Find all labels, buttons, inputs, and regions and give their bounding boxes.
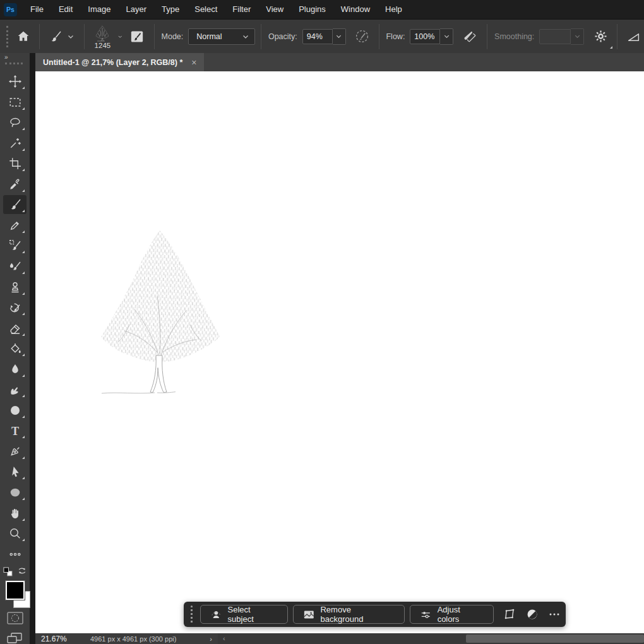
select-subject-icon [210,609,222,621]
brush-tip-tree-preview [93,25,111,42]
brush-angle-button[interactable] [623,24,644,49]
crop-tool[interactable] [3,154,27,173]
pencil-tool[interactable] [3,216,27,235]
history-brush-tool[interactable] [3,298,27,317]
foreground-color-swatch[interactable] [6,581,25,600]
chevron-down-icon [443,33,450,40]
menu-item-edit[interactable]: Edit [51,0,80,19]
collapse-panel-icon[interactable]: » [4,54,9,61]
more-tool[interactable] [3,545,27,564]
adjustment-brush-tool[interactable] [3,236,27,255]
chevron-down-icon [335,33,342,40]
clone-stamp-tool[interactable] [3,278,27,297]
zoom-tool[interactable] [3,524,27,543]
horizontal-scrollbar[interactable]: ‹ [218,633,644,644]
contextual-task-bar: Select subjectRemove backgroundAdjust co… [184,602,566,627]
pressure-opacity-icon [355,29,369,44]
task-bar-grip[interactable] [191,605,193,623]
opacity-field[interactable]: 94% [302,29,333,44]
tool-flyout-indicator [22,539,25,541]
hand-tool[interactable] [3,504,27,523]
tool-flyout-indicator [22,374,25,377]
blur-tool[interactable] [3,360,27,379]
eraser-tool[interactable] [3,319,27,338]
brush-picker[interactable]: 1245 [90,23,115,50]
menu-item-type[interactable]: Type [154,0,187,19]
screen-mode-button[interactable] [5,631,24,644]
tool-flyout-indicator [22,107,25,110]
tool-flyout-indicator [22,477,25,479]
task-bar-more-button[interactable] [543,605,565,623]
paint-bucket-tool[interactable] [3,339,27,358]
gear-flyout-indicator [610,46,612,49]
ellipse-tool[interactable] [3,483,27,502]
tools-panel-grip[interactable] [5,63,23,64]
brush-angle-icon [627,30,640,43]
tool-flyout-indicator [22,354,25,356]
options-bar-grip[interactable] [6,26,8,47]
eyedropper-tool[interactable] [3,175,27,194]
marquee-icon [9,96,21,109]
menu-item-select[interactable]: Select [187,0,225,19]
menu-item-window[interactable]: Window [333,0,378,19]
menu-item-file[interactable]: File [23,0,51,19]
transform-button[interactable] [499,605,521,623]
transform-icon [503,608,516,621]
type-tool[interactable]: T [3,421,27,440]
menu-item-filter[interactable]: Filter [225,0,258,19]
create-mask-button[interactable] [521,605,543,623]
ellipse-icon [9,486,21,499]
document-tab[interactable]: Untitled-1 @ 21,7% (Layer 2, RGB/8) * × [35,53,204,71]
status-expand-icon[interactable]: › [210,635,212,643]
select-subject-button[interactable]: Select subject [200,605,288,624]
airbrush-button[interactable] [458,24,481,49]
pen-tool[interactable] [3,442,27,461]
opacity-slider-toggle[interactable] [333,28,346,45]
horizontal-scrollbar-thumb[interactable] [466,635,644,643]
menu-item-view[interactable]: View [258,0,291,19]
select-subject-label: Select subject [228,605,278,624]
home-button[interactable] [13,24,33,49]
menu-item-plugins[interactable]: Plugins [291,0,333,19]
adjust-colors-button[interactable]: Adjust colors [410,605,494,624]
flow-label: Flow: [386,32,405,41]
magic-wand-tool[interactable] [3,134,27,153]
lasso-tool[interactable] [3,113,27,132]
default-colors-button[interactable] [3,566,13,576]
sponge-tool[interactable] [3,401,27,420]
swap-colors-button[interactable] [16,565,28,576]
tool-flyout-indicator [22,518,25,521]
blend-mode-dropdown[interactable]: Normal [188,28,255,45]
marquee-tool[interactable] [3,93,27,112]
move-tool[interactable] [3,72,27,91]
menu-item-layer[interactable]: Layer [119,0,155,19]
menu-item-help[interactable]: Help [378,0,410,19]
path-select-tool[interactable] [3,462,27,481]
remove-background-button[interactable]: Remove background [293,605,405,624]
svg-text:T: T [11,425,18,438]
hand-icon [9,507,21,520]
brush-preset-icon [49,30,62,43]
canvas[interactable] [35,71,644,633]
menu-item-image[interactable]: Image [80,0,118,19]
tool-flyout-indicator [22,169,25,171]
tool-flyout-indicator [22,498,25,500]
menu-bar: Ps FileEditImageLayerTypeSelectFilterVie… [0,0,644,20]
toggle-brush-settings-button[interactable] [126,24,148,49]
smoothing-field [539,29,571,44]
type-icon: T [9,424,21,437]
smudge-tool[interactable] [3,380,27,399]
quick-mask-button[interactable] [6,611,24,625]
home-icon [17,30,30,43]
tab-close-icon[interactable]: × [191,57,196,68]
smoothing-options-button[interactable] [590,24,611,49]
scroll-left-arrow-icon[interactable]: ‹ [223,633,225,644]
flow-field[interactable]: 100% [410,29,440,44]
pressure-opacity-button[interactable] [351,24,373,49]
mixer-brush-tool[interactable] [3,257,27,276]
flow-slider-toggle[interactable] [440,28,453,45]
brush-tool[interactable] [3,195,27,214]
zoom-level-field[interactable]: 21.67% [41,635,90,643]
tool-preset-picker[interactable] [45,24,78,49]
chevron-down-icon[interactable] [117,33,122,40]
